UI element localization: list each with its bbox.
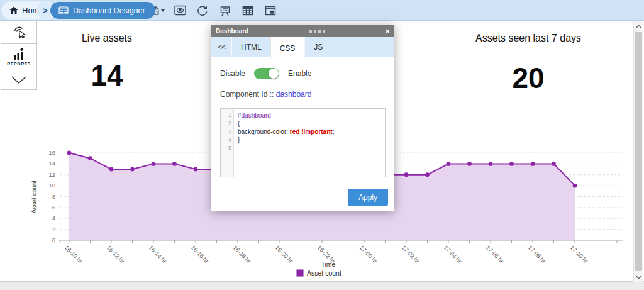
window-icon bbox=[265, 6, 276, 16]
modal-titlebar[interactable]: Dashboard × bbox=[211, 25, 394, 37]
chevron-up-icon bbox=[636, 25, 641, 28]
x-tick-label: 17-08 hr bbox=[527, 244, 548, 265]
kpi-assets-seen-value: 20 bbox=[453, 63, 604, 93]
chevron-down-icon bbox=[636, 276, 641, 279]
x-tick-label: 17-04 hr bbox=[443, 244, 464, 265]
sidebar-item-interact[interactable] bbox=[1, 21, 36, 44]
chart-point bbox=[88, 156, 92, 160]
line-number: 3 bbox=[221, 128, 231, 136]
x-tick-label: 16-20 hr bbox=[274, 244, 295, 265]
chart-point bbox=[194, 167, 198, 172]
x-axis-title: Time bbox=[321, 260, 336, 268]
presentation-button[interactable] bbox=[218, 3, 233, 18]
modal-body: Disable Enable Component Id :: dashboard… bbox=[211, 57, 394, 211]
component-id-link[interactable]: dashboard bbox=[276, 90, 312, 99]
bottom-strip bbox=[0, 282, 644, 290]
scrollbar-thumb[interactable] bbox=[635, 32, 642, 271]
sidebar-item-reports[interactable]: REPORTS bbox=[1, 44, 36, 70]
chart-point bbox=[152, 162, 156, 166]
scroll-down-button[interactable] bbox=[634, 272, 643, 282]
kpi-live-assets: Live assets 14 bbox=[38, 33, 176, 91]
x-tick-label: 16-14 hr bbox=[148, 244, 169, 265]
enable-toggle[interactable] bbox=[254, 68, 279, 79]
dashboard-editor-modal: Dashboard × << HTML CSS JS Disable Enabl… bbox=[211, 25, 394, 211]
y-tick-label: 10 bbox=[48, 182, 55, 189]
chart-point bbox=[67, 151, 72, 155]
toggle-knob bbox=[269, 69, 279, 79]
component-id-label: Component Id :: bbox=[220, 90, 274, 99]
kpi-assets-seen: Assets seen last 7 days 20 bbox=[453, 33, 604, 93]
x-tick-label: 16-16 hr bbox=[190, 244, 211, 265]
chart-point bbox=[109, 167, 114, 172]
x-tick-label: 16-10 hr bbox=[64, 244, 84, 265]
x-tick-label: 17-02 hr bbox=[401, 244, 421, 265]
table-button[interactable] bbox=[240, 3, 255, 18]
sidebar-reports-label: REPORTS bbox=[7, 62, 30, 66]
refresh-icon bbox=[197, 5, 208, 16]
toggle-enable-label: Enable bbox=[288, 69, 311, 78]
chart-point bbox=[552, 162, 556, 166]
x-tick-label: 17-06 hr bbox=[485, 244, 506, 265]
tab-js[interactable]: JS bbox=[304, 37, 331, 57]
chart-point bbox=[489, 162, 493, 166]
chart-point bbox=[172, 162, 177, 166]
line-number: 1 bbox=[221, 111, 231, 120]
toolbar-icon-group bbox=[150, 0, 278, 21]
y-tick-label: 4 bbox=[52, 215, 55, 221]
tab-dashboard-designer[interactable]: Dashboard Designer bbox=[50, 2, 155, 19]
table-icon bbox=[242, 6, 253, 16]
x-tick-label: 16-18 hr bbox=[232, 244, 253, 265]
chart-point bbox=[425, 172, 430, 177]
save-dropdown-caret bbox=[161, 9, 165, 12]
content-right-border bbox=[643, 21, 643, 282]
toggle-disable-label: Disable bbox=[220, 69, 245, 78]
modal-title: Dashboard bbox=[216, 28, 248, 35]
code-line: } bbox=[238, 136, 381, 144]
close-icon[interactable]: × bbox=[385, 27, 390, 35]
y-axis-title: Asset count bbox=[31, 181, 38, 213]
chart-point bbox=[509, 162, 514, 166]
kpi-assets-seen-title: Assets seen last 7 days bbox=[453, 33, 604, 44]
code-line: background-color: red !important; bbox=[238, 128, 381, 136]
enable-toggle-row: Disable Enable bbox=[220, 57, 386, 79]
scroll-up-button[interactable] bbox=[634, 21, 643, 31]
editor-code-area[interactable]: #dashboard{background-color: red !import… bbox=[234, 109, 385, 177]
x-tick-label: 17-10 hr bbox=[569, 244, 590, 265]
y-tick-label: 2 bbox=[52, 226, 55, 233]
tab-html[interactable]: HTML bbox=[231, 37, 270, 57]
x-tick-label: 17-00 hr bbox=[358, 244, 379, 265]
apply-button[interactable]: Apply bbox=[348, 189, 388, 206]
chart-point bbox=[531, 162, 535, 166]
sidebar-item-collapse[interactable] bbox=[1, 70, 36, 90]
home-icon bbox=[9, 6, 18, 14]
chevron-down-icon bbox=[9, 75, 28, 84]
kpi-live-assets-title: Live assets bbox=[38, 33, 176, 44]
code-line: { bbox=[238, 120, 381, 128]
top-toolbar: Home > Dashboard Designer bbox=[0, 0, 644, 21]
widget-sidebar: REPORTS bbox=[1, 21, 37, 90]
designer-tab-label: Dashboard Designer bbox=[73, 6, 145, 15]
dashboard-icon bbox=[58, 6, 69, 14]
y-tick-label: 8 bbox=[52, 193, 55, 200]
y-tick-label: 6 bbox=[52, 204, 55, 211]
x-tick-label: 16-12 hr bbox=[106, 244, 126, 265]
tab-css[interactable]: CSS bbox=[270, 37, 305, 59]
chart-point bbox=[130, 167, 135, 172]
component-id-row: Component Id :: dashboard bbox=[220, 90, 386, 99]
tab-collapse-button[interactable]: << bbox=[211, 37, 231, 57]
drag-handle-icon[interactable] bbox=[248, 30, 385, 33]
bar-chart-icon bbox=[12, 48, 26, 60]
preview-icon bbox=[174, 5, 186, 16]
line-number: 4 bbox=[221, 136, 231, 144]
code-line: #dashboard bbox=[238, 111, 381, 120]
code-editor[interactable]: 12345 #dashboard{background-color: red !… bbox=[220, 108, 386, 177]
preview-button[interactable] bbox=[172, 3, 187, 18]
vertical-scrollbar[interactable] bbox=[633, 21, 643, 282]
kpi-live-assets-value: 14 bbox=[38, 60, 176, 91]
editor-gutter: 12345 bbox=[221, 109, 234, 177]
refresh-button[interactable] bbox=[195, 3, 210, 18]
chart-point bbox=[467, 162, 472, 166]
line-number: 5 bbox=[221, 144, 231, 152]
window-button[interactable] bbox=[263, 3, 278, 18]
presentation-icon bbox=[219, 5, 231, 16]
